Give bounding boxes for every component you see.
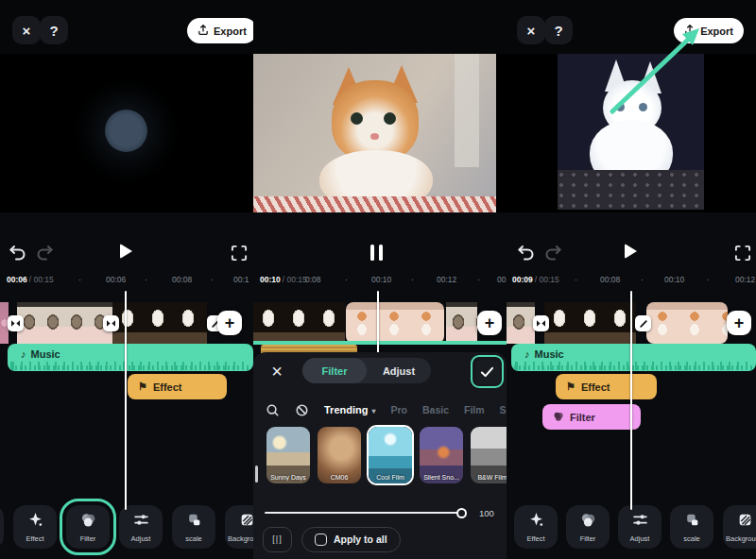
toolbar-filter-button[interactable]: Filter xyxy=(566,505,610,549)
toolbar-adjust-button[interactable]: Adjust xyxy=(119,505,163,549)
play-button[interactable] xyxy=(120,244,132,259)
timeline-ruler: 00:10/ 00:15 0:08 ·00:10·00:12·00: xyxy=(253,273,507,289)
filter-thumb-cool-film[interactable]: Cool Film xyxy=(369,427,412,483)
close-icon[interactable]: × xyxy=(12,16,41,44)
transition-bowtie-icon[interactable] xyxy=(533,315,549,331)
filter-circles-icon xyxy=(80,512,96,532)
video-editor-tutorial-screens: × ? Export 00:06/ 00:15 ·00:06·00:08·00:… xyxy=(0,0,756,559)
music-track[interactable]: ♪Music xyxy=(8,344,253,371)
effect-track-badge[interactable]: ⚑Effect xyxy=(556,374,657,399)
undo-icon[interactable] xyxy=(8,245,26,262)
ruler-tick: 00:08 xyxy=(172,275,192,284)
ruler-tick: · xyxy=(477,275,480,284)
apply-to-all-toggle[interactable]: Apply to all xyxy=(301,527,401,552)
video-clip[interactable] xyxy=(507,302,535,344)
filter-thumb-label: CM06 xyxy=(318,474,361,481)
video-clip[interactable] xyxy=(646,302,728,344)
toolbar-partial-button[interactable] xyxy=(0,505,4,549)
add-clip-button[interactable]: + xyxy=(727,311,751,335)
effect-track-badge[interactable]: ⚑Effect xyxy=(128,374,227,399)
video-track[interactable]: + xyxy=(253,301,507,345)
tab-adjust[interactable]: Adjust xyxy=(367,358,431,383)
music-track[interactable]: ♪Music xyxy=(511,344,756,371)
transition-bowtie-icon[interactable] xyxy=(103,315,119,331)
ruler-tick: · xyxy=(145,275,147,284)
toolbar-effect-button[interactable]: Effect xyxy=(13,505,57,549)
toolbar-background-button[interactable]: Background xyxy=(723,505,756,549)
filter-thumb-cm06[interactable]: CM06 xyxy=(318,427,361,483)
ruler-tick: · xyxy=(211,275,214,284)
playhead[interactable] xyxy=(377,291,379,353)
filter-thumb-label: Sunny Days xyxy=(266,474,310,481)
no-filter-icon[interactable] xyxy=(295,403,309,417)
filter-thumbnails: Sunny DaysCM06Cool FilmSilent Sno...B&W … xyxy=(266,427,507,487)
help-icon[interactable]: ? xyxy=(544,16,573,44)
video-track[interactable]: + xyxy=(0,301,253,345)
timeline-ruler: 00:06/ 00:15 ·00:06·00:08·00:1 xyxy=(0,273,253,289)
ruler-tick: 00:1 xyxy=(233,275,249,284)
tab-filter[interactable]: Filter xyxy=(302,358,367,383)
adjust-sliders-icon xyxy=(133,512,149,532)
music-note-icon: ♪ xyxy=(21,348,26,360)
filter-thumb-silent-sno-[interactable]: Silent Sno... xyxy=(420,427,463,483)
background-icon xyxy=(737,512,753,532)
export-button[interactable]: Export xyxy=(674,18,744,43)
category-spring[interactable]: Spring xyxy=(500,404,507,415)
playhead[interactable] xyxy=(125,291,127,510)
playhead[interactable] xyxy=(630,291,632,510)
toolbar-adjust-button[interactable]: Adjust xyxy=(618,505,662,549)
export-button[interactable]: Export xyxy=(187,18,253,43)
category-trending[interactable]: Trending▾ xyxy=(324,404,375,415)
close-sheet-icon[interactable]: × xyxy=(265,359,289,383)
pause-button[interactable] xyxy=(370,245,383,261)
video-clip[interactable] xyxy=(446,302,477,344)
search-icon[interactable] xyxy=(266,403,280,417)
ruler-tick: · xyxy=(78,275,81,284)
help-icon[interactable]: ? xyxy=(40,16,68,44)
audio-waveform xyxy=(514,362,753,370)
filter-thumb-b-w-film[interactable]: B&W Film xyxy=(471,427,507,483)
top-bar xyxy=(253,0,507,54)
ruler-tick: 00:12 xyxy=(437,275,456,284)
undo-icon[interactable] xyxy=(516,245,535,262)
add-clip-button[interactable]: + xyxy=(217,311,242,335)
add-clip-button[interactable]: + xyxy=(477,311,502,335)
category-film[interactable]: Film xyxy=(464,404,485,415)
category-pro[interactable]: Pro xyxy=(390,404,407,415)
ruler-tick: · xyxy=(707,275,710,284)
slider-knob[interactable] xyxy=(456,508,467,518)
video-clip[interactable] xyxy=(253,302,345,344)
ruler-tick: · xyxy=(345,275,348,284)
toolbar-effect-button[interactable]: Effect xyxy=(514,505,558,549)
video-clip[interactable] xyxy=(544,302,636,344)
compare-before-after-button[interactable]: [|] xyxy=(263,527,292,552)
toolbar-background-button[interactable]: Background xyxy=(225,505,253,549)
fullscreen-icon[interactable] xyxy=(734,245,751,262)
fullscreen-icon[interactable] xyxy=(231,245,248,262)
redo-icon[interactable] xyxy=(544,245,563,262)
video-clip[interactable] xyxy=(346,302,444,344)
confirm-button[interactable] xyxy=(475,360,500,384)
close-icon[interactable]: × xyxy=(517,16,545,44)
transition-slash-icon[interactable] xyxy=(635,315,651,331)
sheet-tabs: FilterAdjust xyxy=(302,358,431,383)
ruler-tick: · xyxy=(575,275,577,284)
filter-thumb-sunny-days[interactable]: Sunny Days xyxy=(266,427,310,483)
screen-middle: 00:10/ 00:15 0:08 ·00:10·00:12·00: + × F… xyxy=(253,0,507,559)
filter-track-badge[interactable]: Filter xyxy=(542,404,641,430)
toolbar-scale-button[interactable]: scale xyxy=(172,505,215,549)
video-clip[interactable] xyxy=(17,302,112,344)
play-button[interactable] xyxy=(625,244,637,259)
redo-icon[interactable] xyxy=(36,245,55,262)
transition-bowtie-icon[interactable] xyxy=(8,315,24,331)
timeline-ruler: 00:09/ 00:15 ·00:08·00:10·00:12 xyxy=(507,273,756,289)
filter-thumb-label: Cool Film xyxy=(369,474,412,481)
video-clip[interactable] xyxy=(112,302,207,344)
category-basic[interactable]: Basic xyxy=(422,404,449,415)
ruler-tick: 00: xyxy=(497,275,507,284)
intensity-value: 100 xyxy=(479,508,494,518)
upload-icon xyxy=(684,24,696,38)
toolbar-scale-button[interactable]: scale xyxy=(670,505,713,549)
intensity-slider[interactable] xyxy=(265,512,465,514)
toolbar-filter-button[interactable]: Filter xyxy=(66,505,110,549)
